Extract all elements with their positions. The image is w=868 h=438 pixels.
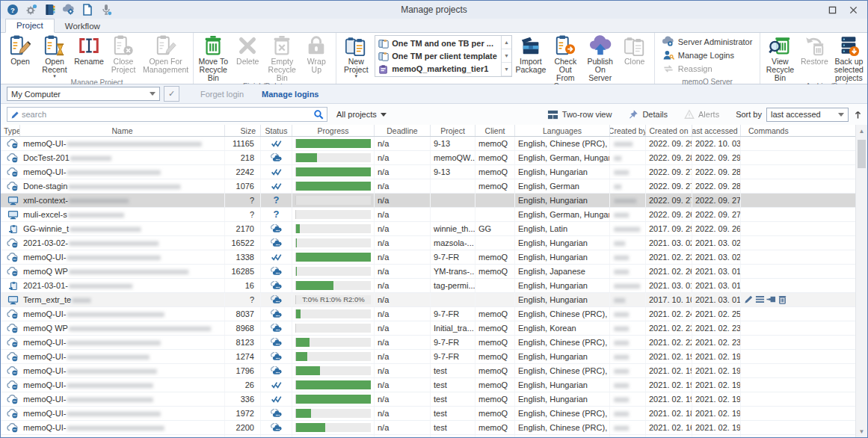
column-header-project[interactable]: Project bbox=[431, 125, 475, 136]
sort-dropdown[interactable]: last accessed bbox=[766, 108, 849, 122]
edit-command-icon[interactable] bbox=[744, 294, 754, 306]
column-header-progress[interactable]: Progress bbox=[292, 125, 375, 136]
forget-login-link[interactable]: Forget login bbox=[200, 90, 244, 99]
scroll-up-icon[interactable]: ▲ bbox=[856, 125, 867, 137]
alerts-button[interactable]: Alerts bbox=[684, 109, 719, 120]
manage-logins-link[interactable]: Manage logins bbox=[262, 90, 318, 99]
dictation-mic-icon[interactable] bbox=[100, 4, 112, 16]
import-package-button[interactable]: Import Package bbox=[514, 33, 548, 74]
table-row[interactable]: memoQ WPxxxxxxxxxxxxxxxxxxxxxxxxxxxxxxxx… bbox=[1, 265, 855, 279]
template-item[interactable]: memoQ_marketing_tier1 bbox=[378, 64, 497, 74]
template-item[interactable]: One TM per client template bbox=[378, 51, 497, 61]
server-select[interactable]: My Computer bbox=[7, 87, 160, 101]
table-row[interactable]: memoQ-UI-xxxxxxxxxxxxxxxxxxxxxxxxxx 8037… bbox=[1, 307, 855, 321]
tab-project[interactable]: Project bbox=[5, 19, 55, 33]
table-row[interactable]: memoQ-UI-xxxxxxxxxxxxxxxxxxxxxxxx 1796 ?… bbox=[1, 364, 855, 378]
table-row[interactable]: 2021-03-02-xxxxxxxxxxxxxxxxxxxxxxxx 1652… bbox=[1, 236, 855, 250]
table-row[interactable]: mqm-cascadexxxxx ? ? n/a English, Hungar… bbox=[1, 435, 855, 438]
column-header-deadline[interactable]: Deadline bbox=[375, 125, 431, 136]
open-button[interactable]: Open bbox=[3, 33, 37, 66]
client-value: memoQ bbox=[475, 321, 515, 335]
table-row[interactable]: Done-staginxxxxxxxxxxxxxxxxxxxxxxxxxxxxx… bbox=[1, 179, 855, 194]
table-row[interactable]: 2021-03-01-xxxxxxxxxxxxxxxxx 16 ? n/a ta… bbox=[1, 279, 855, 293]
table-row[interactable]: memoQ-UI-xxxxxxxxxxxxxxxxxxxxxxxxx 1972 … bbox=[1, 407, 855, 421]
options-gear-icon[interactable] bbox=[25, 4, 37, 16]
scroll-down-icon[interactable]: ▼ bbox=[856, 425, 867, 437]
reassign-button[interactable]: Reassign bbox=[659, 62, 716, 75]
recycle-command-icon[interactable] bbox=[778, 294, 787, 306]
progress-fill bbox=[296, 153, 317, 162]
table-row[interactable]: xml-context-xxxxxxxxxxxxxxxx ? ? n/a Eng… bbox=[1, 194, 855, 208]
column-header-commands[interactable]: Commands bbox=[741, 125, 855, 136]
template-item[interactable]: One TM and one TB per ... bbox=[378, 38, 497, 49]
manage-logins-button[interactable]: Manage Logins bbox=[659, 49, 738, 62]
view-recycle-bin-button[interactable]: View Recycle Bin bbox=[763, 33, 797, 82]
open-command-icon[interactable] bbox=[766, 294, 776, 306]
document-icon[interactable] bbox=[81, 4, 93, 16]
table-row[interactable]: memoQ-UI-xxxxxxxxxxxxxxxxxxxxxx 1274 ? n… bbox=[1, 350, 855, 364]
connect-check-button[interactable]: ✓ bbox=[164, 86, 179, 102]
table-row[interactable]: memoQ-UI-xxxxxxxxxxxxxxxxxxxxxxxxxx 2200… bbox=[1, 421, 855, 435]
column-header-created-on[interactable]: Created on bbox=[646, 125, 692, 136]
close-button[interactable] bbox=[848, 4, 858, 15]
check-out-from-server-button[interactable]: Check Out From Server bbox=[548, 33, 583, 90]
maximize-button[interactable] bbox=[827, 4, 837, 15]
column-header-last-accessed[interactable]: Last accessed ▲ bbox=[692, 125, 741, 136]
search-input[interactable] bbox=[20, 109, 313, 120]
open-recent-button[interactable]: Open Recent ▾ bbox=[37, 33, 72, 78]
project-scope-dropdown[interactable]: All projects bbox=[336, 110, 387, 119]
close-project-button[interactable]: Close Project bbox=[106, 33, 141, 74]
table-row[interactable]: muli-excel-sxxxxxxxxxxxxxxx ? ? n/a Engl… bbox=[1, 208, 855, 222]
wrap-up-button[interactable]: Wrap Up bbox=[299, 33, 333, 74]
table-row[interactable]: memoQ-UI-xxxxxxxxxxxxxxxxxxxxxxxxx 1338 … bbox=[1, 250, 855, 265]
resource-console-icon[interactable] bbox=[44, 4, 56, 16]
table-row[interactable]: DocTest-201xxxxxxxxxxx 218 ? n/a memoQW.… bbox=[1, 151, 855, 165]
move-to-recycle-bin-button[interactable]: Move To Recycle Bin bbox=[196, 33, 230, 82]
restore-from-bin-button[interactable]: Restore bbox=[797, 33, 831, 66]
scrollbar-thumb[interactable] bbox=[858, 140, 866, 168]
search-field[interactable] bbox=[7, 107, 327, 122]
server-administrator-icon[interactable] bbox=[63, 4, 75, 16]
column-header-size[interactable]: Size bbox=[225, 125, 261, 136]
column-header-type[interactable]: Type bbox=[1, 125, 20, 136]
column-header-client[interactable]: Client bbox=[475, 125, 515, 136]
delete-label: Delete bbox=[236, 58, 259, 66]
details-button[interactable]: Details bbox=[628, 109, 668, 120]
gallery-more-icon[interactable]: ▼ bbox=[502, 63, 511, 76]
table-row[interactable]: GG-winnie_txxxxxxxxxxxxxxxxxxx 2170 ? n/… bbox=[1, 222, 855, 236]
column-header-status[interactable]: Status bbox=[261, 125, 292, 136]
clone-button[interactable]: Clone bbox=[618, 33, 652, 66]
new-project-button[interactable]: New Project ▾ bbox=[339, 33, 373, 78]
publish-on-server-button[interactable]: Publish On Server bbox=[583, 33, 618, 82]
rename-button[interactable]: Rename bbox=[72, 33, 106, 66]
new-project-dropdown-arrow: ▾ bbox=[355, 74, 358, 78]
gallery-up-icon[interactable]: ▲ bbox=[502, 36, 511, 49]
two-row-view-button[interactable]: Two-row view bbox=[547, 109, 612, 120]
open-for-management-button[interactable]: Open For Management bbox=[141, 33, 191, 74]
project-group: YM-trans-... bbox=[431, 265, 475, 278]
table-row[interactable]: memoQ-UI-xxxxxxxxxxxxxxxxxxxxxxx 336 ? n… bbox=[1, 392, 855, 407]
gallery-down-icon[interactable]: ▼ bbox=[502, 49, 511, 63]
empty-recycle-bin-button[interactable]: Empty Recycle Bin bbox=[265, 33, 299, 82]
column-header-languages[interactable]: Languages bbox=[515, 125, 610, 136]
server-administrator-button[interactable]: Server Administrator bbox=[659, 35, 757, 49]
table-row[interactable]: memoQ WPxxxxxxxxxxxxxxxxxxxxxxxxxxxxxxxx… bbox=[1, 321, 855, 336]
sort-direction-button[interactable] bbox=[853, 110, 863, 120]
vertical-scrollbar[interactable]: ▲ ▼ bbox=[855, 125, 867, 437]
help-icon[interactable]: ? bbox=[7, 4, 19, 16]
table-row[interactable]: memoQ-UI-xxxxxxxxxxxxxxxxxxxxxxx 26 ? n/… bbox=[1, 378, 855, 392]
progress-fill bbox=[296, 309, 301, 318]
manage-command-icon[interactable] bbox=[755, 294, 765, 306]
column-header-created-by[interactable]: Created by bbox=[610, 125, 646, 136]
gallery-scrollbar[interactable]: ▲ ▼ ▼ bbox=[501, 36, 511, 76]
search-icon[interactable] bbox=[313, 109, 324, 120]
delete-button[interactable]: Delete bbox=[230, 33, 265, 66]
column-header-name[interactable]: Name bbox=[20, 125, 225, 136]
table-row[interactable]: Term_extr_texxxxx ? ? T:0% R1:0% R2:0% n… bbox=[1, 293, 855, 307]
restore-from-bin-icon bbox=[803, 34, 825, 57]
table-row[interactable]: memoQ-UI-xxxxxxxxxxxxxxxxxxxxxxxxx 2242 … bbox=[1, 165, 855, 179]
tab-workflow[interactable]: Workflow bbox=[55, 20, 111, 33]
table-row[interactable]: memoQ-UI-xxxxxxxxxxxxxxxxxxxxxxxxxxxxxxx… bbox=[1, 137, 855, 151]
collapse-ribbon-icon[interactable]: ⌃ bbox=[855, 68, 861, 76]
table-row[interactable]: memoQ-UI-xxxxxxxxxxxxxxxxxxxxxxxxx 8123 … bbox=[1, 336, 855, 350]
